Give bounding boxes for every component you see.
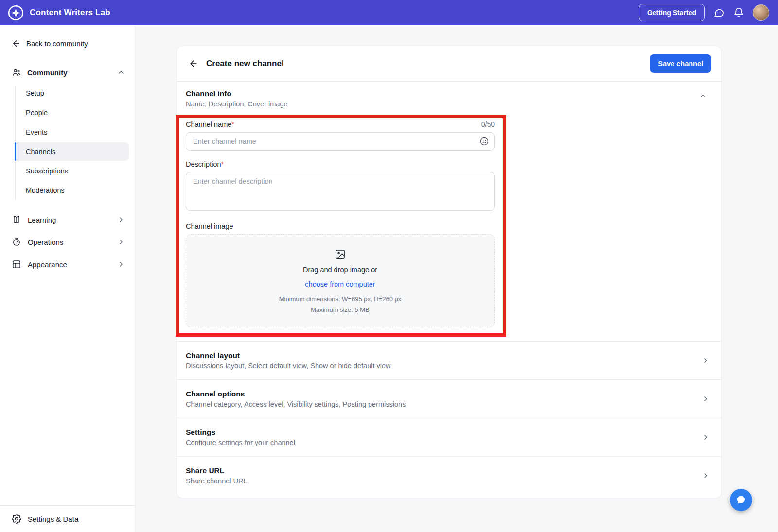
layout-icon (12, 259, 21, 269)
sidebar-item-operations[interactable]: Operations (0, 231, 135, 253)
section-channel-options[interactable]: Channel options Channel category, Access… (177, 379, 721, 418)
notifications-button[interactable] (733, 7, 744, 18)
chevron-right-icon (702, 433, 709, 441)
section-subtitle: Share channel URL (186, 477, 248, 485)
section-title: Channel options (186, 390, 406, 398)
section-settings[interactable]: Settings Configure settings for your cha… (177, 418, 721, 456)
sidebar-item-events[interactable]: Events (15, 123, 129, 141)
chevron-up-icon (117, 69, 125, 76)
sidebar-item-label: People (26, 109, 48, 117)
char-counter: 0/50 (481, 120, 495, 128)
arrow-left-icon (189, 59, 198, 69)
create-channel-card: Create new channel Save channel Channel … (177, 46, 722, 498)
channel-info-header: Channel info Name, Description, Cover im… (177, 82, 721, 108)
sidebar-item-learning[interactable]: Learning (0, 208, 135, 231)
section-title: Share URL (186, 466, 248, 475)
collapse-section-button[interactable] (696, 89, 709, 103)
community-subnav: Setup People Events Channels Subscriptio… (0, 84, 135, 201)
section-title: Settings (186, 428, 295, 437)
channel-info-title: Channel info (186, 89, 288, 98)
sidebar-item-label: Operations (28, 238, 63, 246)
choose-from-computer-link[interactable]: choose from computer (305, 280, 375, 288)
sidebar-item-channels[interactable]: Channels (15, 142, 129, 161)
top-bar: Content Writers Lab Getting Started (0, 0, 778, 25)
sidebar-item-label: Events (26, 128, 47, 136)
section-subtitle: Configure settings for your channel (186, 439, 295, 446)
sidebar-item-label: Moderations (26, 187, 65, 194)
sidebar-item-people[interactable]: People (15, 103, 129, 122)
user-avatar[interactable] (753, 4, 769, 21)
max-size-text: Maximum size: 5 MB (311, 306, 370, 313)
sidebar-item-appearance[interactable]: Appearance (0, 253, 135, 275)
messages-button[interactable] (713, 7, 725, 18)
required-asterisk: * (221, 160, 224, 168)
back-button[interactable] (187, 57, 200, 70)
required-asterisk: * (231, 120, 234, 128)
sidebar-item-label: Setup (26, 89, 44, 97)
sidebar-item-moderations[interactable]: Moderations (15, 181, 129, 200)
community-label: Community (27, 69, 68, 77)
card-header: Create new channel Save channel (177, 46, 721, 82)
section-subtitle: Channel category, Access level, Visibili… (186, 400, 406, 408)
sidebar-item-label: Appearance (28, 260, 67, 269)
bell-icon (733, 7, 744, 18)
settings-data-label: Settings & Data (28, 515, 78, 523)
save-channel-button[interactable]: Save channel (650, 54, 711, 73)
chat-launcher-button[interactable] (730, 489, 752, 511)
chevron-right-icon (702, 357, 709, 364)
sidebar-item-label: Channels (26, 148, 55, 155)
image-icon (335, 249, 346, 260)
community-people-icon (12, 68, 21, 77)
sidebar-item-label: Learning (28, 216, 56, 224)
chevron-right-icon (702, 472, 709, 480)
page-title: Create new channel (206, 59, 284, 69)
channel-image-label: Channel image (186, 223, 233, 230)
chevron-up-icon (699, 92, 707, 100)
gear-icon (12, 514, 21, 524)
arrow-left-icon (12, 39, 21, 48)
chevron-right-icon (117, 260, 125, 268)
getting-started-button[interactable]: Getting Started (639, 4, 705, 21)
chevron-right-icon (117, 238, 125, 246)
book-icon (12, 215, 21, 224)
sidebar-item-setup[interactable]: Setup (15, 84, 129, 103)
channel-info-form: Channel name* 0/50 (177, 108, 721, 341)
gauge-icon (12, 237, 21, 247)
channel-name-label: Channel name* (186, 120, 234, 128)
main-content: Create new channel Save channel Channel … (135, 25, 778, 532)
chat-launcher-icon (735, 494, 747, 506)
channel-name-input[interactable] (186, 132, 495, 151)
chat-bubble-icon (713, 7, 725, 18)
app-brand[interactable]: Content Writers Lab (8, 5, 110, 21)
description-label: Description* (186, 160, 224, 168)
dropzone-text: Drag and drop image or (303, 266, 377, 274)
image-dropzone[interactable]: Drag and drop image or choose from compu… (186, 234, 495, 327)
emoji-picker-button[interactable] (479, 137, 489, 146)
app-logo-icon (8, 5, 24, 21)
section-share-url[interactable]: Share URL Share channel URL (177, 456, 721, 495)
chevron-right-icon (117, 216, 125, 223)
sidebar-item-label: Subscriptions (26, 167, 68, 175)
sidebar: Back to community Community Setup (0, 25, 135, 532)
section-subtitle: Discussions layout, Select default view,… (186, 362, 391, 370)
sidebar-item-settings-data[interactable]: Settings & Data (0, 505, 135, 532)
channel-description-input[interactable] (186, 172, 495, 211)
back-to-community-link[interactable]: Back to community (12, 39, 127, 48)
back-link-label: Back to community (26, 39, 88, 48)
section-channel-layout[interactable]: Channel layout Discussions layout, Selec… (177, 341, 721, 379)
channel-info-subtitle: Name, Description, Cover image (186, 100, 288, 108)
min-dimensions-text: Minimum dimensions: W=695 px, H=260 px (279, 295, 401, 303)
sidebar-item-subscriptions[interactable]: Subscriptions (15, 162, 129, 180)
sidebar-item-community[interactable]: Community (0, 66, 135, 79)
chevron-right-icon (702, 395, 709, 403)
app-title: Content Writers Lab (30, 8, 110, 17)
section-title: Channel layout (186, 351, 391, 360)
smiley-icon (479, 137, 489, 146)
